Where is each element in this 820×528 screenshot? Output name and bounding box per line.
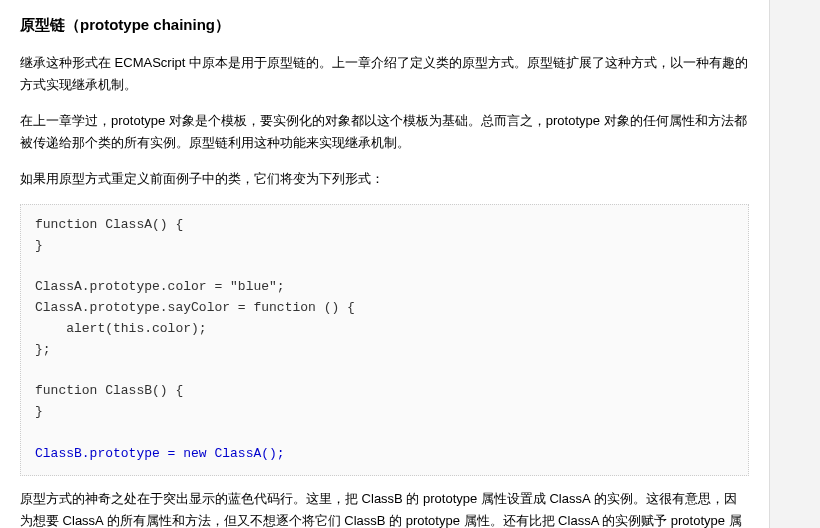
- code-line: ClassA.prototype.color = "blue";: [35, 279, 285, 294]
- code-example: function ClassA() { } ClassA.prototype.c…: [20, 204, 749, 476]
- paragraph-prototype-explain: 在上一章学过，prototype 对象是个模板，要实例化的对象都以这个模板为基础…: [20, 110, 749, 154]
- code-line: };: [35, 342, 51, 357]
- article-content: 原型链（prototype chaining） 继承这种形式在 ECMAScri…: [0, 0, 770, 528]
- code-line: }: [35, 404, 43, 419]
- code-line: }: [35, 238, 43, 253]
- paragraph-explanation: 原型方式的神奇之处在于突出显示的蓝色代码行。这里，把 ClassB 的 prot…: [20, 488, 749, 528]
- section-heading: 原型链（prototype chaining）: [20, 12, 749, 38]
- code-line-highlighted: ClassB.prototype = new ClassA();: [35, 446, 285, 461]
- code-line: function ClassA() {: [35, 217, 183, 232]
- paragraph-code-intro: 如果用原型方式重定义前面例子中的类，它们将变为下列形式：: [20, 168, 749, 190]
- paragraph-intro: 继承这种形式在 ECMAScript 中原本是用于原型链的。上一章介绍了定义类的…: [20, 52, 749, 96]
- right-margin: [770, 0, 820, 528]
- code-line: function ClassB() {: [35, 383, 183, 398]
- code-line: ClassA.prototype.sayColor = function () …: [35, 300, 355, 315]
- code-line: alert(this.color);: [35, 321, 207, 336]
